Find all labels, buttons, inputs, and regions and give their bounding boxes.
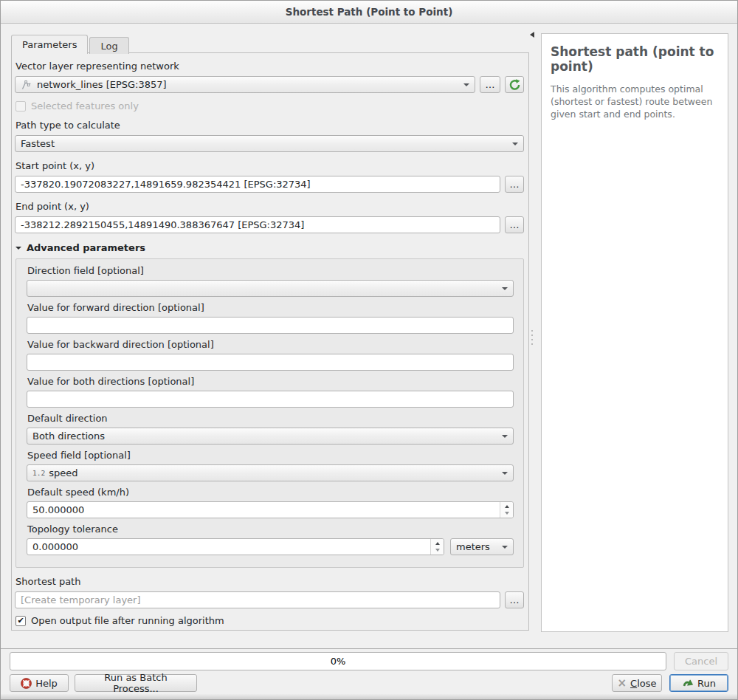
help-panel-title: Shortest path (point to point) (551, 44, 719, 75)
batch-label: Run as Batch Process... (83, 672, 189, 694)
default-direction-label: Default direction (27, 413, 513, 424)
progress-value: 0% (331, 656, 346, 667)
open-output-label: Open output file after running algorithm (31, 615, 224, 626)
output-path-input[interactable] (15, 591, 500, 608)
chevron-down-icon (502, 546, 508, 549)
network-browse-button[interactable]: … (480, 76, 500, 93)
network-layer-value: network_lines [EPSG:3857] (37, 79, 167, 90)
both-value-input[interactable] (27, 391, 514, 408)
advanced-parameters-title: Advanced parameters (27, 242, 145, 253)
chevron-down-icon (512, 143, 518, 145)
cancel-label: Cancel (685, 656, 717, 667)
collapse-help-panel-icon[interactable] (530, 32, 534, 38)
speed-field-combobox[interactable]: 1.2 speed (27, 464, 514, 481)
run-button[interactable]: Run (669, 674, 728, 692)
footer-divider (1, 648, 737, 649)
advanced-parameters-group: Direction field [optional] Value for for… (15, 258, 524, 568)
tab-parameters-label: Parameters (22, 39, 77, 50)
chevron-down-icon (502, 435, 508, 438)
help-button[interactable]: Help (10, 674, 69, 692)
path-type-value: Fastest (21, 138, 55, 149)
path-type-label: Path type to calculate (15, 120, 523, 131)
both-value-label: Value for both directions [optional] (27, 376, 513, 387)
cancel-button: Cancel (674, 652, 728, 670)
direction-field-combobox[interactable] (27, 280, 514, 297)
chevron-down-icon (463, 83, 469, 86)
help-panel: Shortest path (point to point) This algo… (541, 33, 728, 632)
help-icon (21, 678, 32, 689)
parameters-panel: Vector layer representing network networ… (11, 52, 529, 631)
close-button[interactable]: × Close (612, 674, 662, 692)
tab-parameters[interactable]: Parameters (11, 35, 88, 54)
default-speed-label: Default speed (km/h) (27, 487, 513, 498)
topology-tolerance-input[interactable] (27, 538, 444, 555)
selected-features-checkbox (15, 101, 26, 111)
line-layer-icon (21, 79, 32, 91)
selected-features-label: Selected features only (31, 100, 139, 111)
end-point-input[interactable] (15, 216, 500, 233)
open-output-checkbox[interactable]: ✔ (15, 616, 26, 626)
output-label: Shortest path (15, 576, 523, 587)
iterate-layer-button[interactable] (505, 76, 524, 93)
start-point-pick-button[interactable]: … (505, 176, 524, 193)
network-layer-combobox[interactable]: network_lines [EPSG:3857] (15, 76, 475, 93)
speed-field-label: Speed field [optional] (27, 450, 513, 461)
help-label: Help (35, 678, 58, 689)
path-type-combobox[interactable]: Fastest (15, 135, 524, 152)
run-as-batch-button[interactable]: Run as Batch Process... (75, 674, 197, 692)
backward-value-label: Value for backward direction [optional] (27, 339, 513, 350)
ellipsis-icon: … (510, 219, 520, 230)
network-layer-label: Vector layer representing network (15, 61, 523, 72)
direction-field-label: Direction field [optional] (27, 265, 513, 276)
start-point-label: Start point (x, y) (15, 160, 523, 171)
advanced-parameters-header[interactable]: Advanced parameters (15, 242, 523, 253)
tolerance-units-value: meters (456, 541, 490, 552)
end-point-label: End point (x, y) (15, 201, 523, 212)
default-direction-value: Both directions (32, 430, 105, 442)
spin-up-icon (435, 542, 440, 545)
forward-value-label: Value for forward direction [optional] (27, 302, 513, 313)
tab-log[interactable]: Log (89, 37, 128, 54)
chevron-down-icon (502, 472, 508, 475)
checkmark-icon: ✔ (17, 617, 24, 625)
tolerance-units-combobox[interactable]: meters (450, 538, 514, 555)
spin-down-icon (435, 549, 440, 552)
spin-up-icon (505, 505, 509, 508)
end-point-pick-button[interactable]: … (505, 216, 524, 233)
default-speed-spinbox[interactable] (27, 501, 514, 518)
topology-tolerance-label: Topology tolerance (27, 524, 513, 535)
default-speed-input[interactable] (27, 501, 514, 518)
speed-field-value: speed (49, 467, 77, 478)
chevron-down-icon (502, 287, 508, 290)
open-output-row: ✔ Open output file after running algorit… (15, 615, 523, 626)
help-panel-body: This algorithm computes optimal (shortes… (551, 83, 719, 121)
start-point-input[interactable] (15, 176, 500, 193)
selected-features-row: Selected features only (15, 100, 523, 111)
dialog-title: Shortest Path (Point to Point) (1, 1, 737, 23)
iterate-icon (508, 78, 521, 91)
progress-bar: 0% (10, 652, 666, 670)
window-bottom-edge (1, 694, 737, 699)
shortest-path-dialog: Shortest Path (Point to Point) Parameter… (0, 0, 738, 700)
tab-log-label: Log (100, 41, 117, 52)
output-browse-button[interactable]: … (505, 591, 524, 608)
ellipsis-icon: … (486, 79, 495, 90)
spin-buttons[interactable] (430, 539, 444, 555)
close-x-icon: × (618, 678, 627, 689)
default-direction-combobox[interactable]: Both directions (27, 428, 514, 445)
backward-value-input[interactable] (27, 354, 514, 371)
decimal-field-icon: 1.2 (32, 469, 45, 477)
run-label: Run (697, 678, 716, 689)
spin-buttons[interactable] (500, 502, 513, 518)
expander-arrow-icon (15, 247, 21, 250)
ellipsis-icon: … (510, 179, 520, 190)
splitter-handle[interactable] (531, 330, 533, 345)
run-arrow-icon (682, 677, 694, 689)
tab-bar: Parameters Log (11, 35, 129, 54)
spin-down-icon (505, 512, 509, 515)
title-bar[interactable]: Shortest Path (Point to Point) (1, 1, 737, 24)
ellipsis-icon: … (510, 594, 520, 605)
topology-tolerance-spinbox[interactable] (27, 538, 444, 555)
close-label: Close (630, 678, 656, 689)
forward-value-input[interactable] (27, 317, 514, 334)
